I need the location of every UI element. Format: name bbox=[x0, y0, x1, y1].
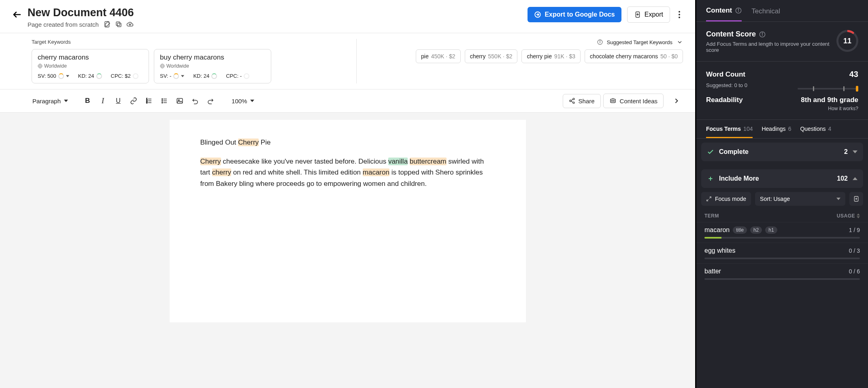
svg-point-37 bbox=[570, 100, 571, 102]
copy-icon[interactable] bbox=[115, 21, 122, 28]
term-row[interactable]: egg whites 0 / 3 bbox=[696, 243, 868, 263]
svg-point-32 bbox=[162, 102, 163, 103]
subtab-focus-terms[interactable]: Focus Terms104 bbox=[706, 126, 753, 138]
cloud-upload-icon[interactable] bbox=[126, 21, 134, 28]
suggested-keyword-chip[interactable]: cherry pie91K · $3 bbox=[521, 49, 581, 63]
svg-point-43 bbox=[613, 100, 614, 101]
suggested-keyword-chip[interactable]: chocolate cherry macarons50 · $0 bbox=[585, 49, 683, 63]
editor-canvas[interactable]: Blinged Out Cherry Pie Cherry cheesecake… bbox=[170, 120, 526, 322]
back-button[interactable] bbox=[12, 6, 22, 19]
svg-point-38 bbox=[573, 102, 574, 104]
svg-point-47 bbox=[738, 9, 739, 9]
paragraph-dropdown[interactable]: Paragraph bbox=[29, 95, 71, 107]
zoom-dropdown[interactable]: 100% bbox=[228, 95, 257, 107]
svg-rect-2 bbox=[117, 23, 121, 27]
edit-page-icon[interactable] bbox=[104, 21, 111, 28]
tab-content[interactable]: Content bbox=[706, 6, 742, 21]
keyword-card[interactable]: cherry macarons Worldwide SV: 500 KD: 24… bbox=[32, 49, 149, 83]
word-count-value: 43 bbox=[849, 70, 858, 79]
ordered-list-button[interactable]: 123 bbox=[143, 94, 155, 107]
svg-line-53 bbox=[709, 197, 711, 198]
svg-point-7 bbox=[679, 14, 680, 15]
readability-label: Readability bbox=[706, 96, 743, 104]
sort-dropdown[interactable]: Sort: Usage bbox=[755, 192, 845, 206]
document-title[interactable]: New Document 4406 bbox=[28, 6, 522, 19]
usage-header[interactable]: USAGE bbox=[837, 213, 855, 219]
bold-button[interactable]: B bbox=[81, 94, 94, 107]
subtab-questions[interactable]: Questions4 bbox=[800, 126, 831, 138]
unordered-list-button[interactable] bbox=[158, 94, 171, 107]
svg-point-31 bbox=[162, 100, 163, 101]
image-button[interactable] bbox=[173, 94, 186, 107]
svg-marker-51 bbox=[853, 150, 857, 153]
term-row[interactable]: batter 0 / 6 bbox=[696, 263, 868, 284]
svg-line-54 bbox=[707, 199, 708, 201]
svg-rect-41 bbox=[611, 99, 615, 103]
svg-marker-35 bbox=[250, 100, 254, 102]
svg-point-36 bbox=[573, 98, 574, 100]
content-ideas-button[interactable]: Content Ideas bbox=[603, 94, 664, 108]
content-score-hint: Add Focus Terms and length to improve yo… bbox=[706, 41, 830, 53]
svg-rect-3 bbox=[116, 22, 120, 26]
suggested-keywords-label: Suggested Target Keywords bbox=[607, 39, 672, 45]
svg-point-42 bbox=[611, 100, 612, 101]
readability-value: 8th and 9th grade bbox=[801, 96, 858, 104]
focus-mode-button[interactable]: Focus mode bbox=[701, 192, 751, 206]
readability-how-link[interactable]: How it works? bbox=[801, 106, 858, 111]
svg-line-39 bbox=[571, 99, 573, 100]
redo-button[interactable] bbox=[204, 94, 217, 107]
info-icon[interactable] bbox=[597, 39, 603, 45]
svg-point-6 bbox=[679, 11, 680, 13]
svg-marker-52 bbox=[853, 177, 857, 180]
svg-marker-16 bbox=[181, 75, 184, 77]
document-subtitle: Page created from scratch bbox=[28, 21, 99, 28]
content-score-gauge: 11 bbox=[836, 30, 858, 52]
expand-sidebar-icon[interactable] bbox=[670, 94, 683, 107]
target-keywords-label: Target Keywords bbox=[32, 39, 348, 45]
more-menu-icon[interactable] bbox=[676, 8, 683, 21]
svg-marker-12 bbox=[66, 75, 69, 77]
word-count-label: Word Count bbox=[706, 70, 745, 79]
svg-point-19 bbox=[600, 41, 600, 41]
share-button[interactable]: Share bbox=[563, 94, 601, 108]
undo-button[interactable] bbox=[189, 94, 202, 107]
suggested-keyword-chip[interactable]: cherry550K · $2 bbox=[465, 49, 518, 63]
term-header: TERM bbox=[704, 213, 719, 219]
link-button[interactable] bbox=[127, 94, 140, 107]
svg-marker-20 bbox=[64, 100, 68, 102]
tab-technical[interactable]: Technical bbox=[751, 6, 780, 21]
svg-line-40 bbox=[571, 101, 573, 102]
svg-marker-58 bbox=[857, 216, 860, 218]
word-count-suggested: Suggested: 0 to 0 bbox=[706, 82, 747, 88]
export-button[interactable]: Export bbox=[627, 6, 670, 23]
editor-heading: Blinged Out Cherry Pie bbox=[200, 137, 495, 148]
editor-body: Cherry cheesecake like you've never tast… bbox=[200, 156, 495, 189]
export-google-docs-button[interactable]: Export to Google Docs bbox=[528, 7, 621, 22]
export-terms-icon[interactable] bbox=[849, 192, 863, 206]
keyword-card[interactable]: buy cherry macarons Worldwide SV: - KD: … bbox=[154, 49, 271, 83]
content-score-label: Content Score bbox=[706, 30, 756, 38]
svg-rect-33 bbox=[177, 98, 183, 103]
term-row[interactable]: macaron titleh2h1 1 / 9 bbox=[696, 222, 868, 243]
svg-point-8 bbox=[679, 17, 680, 18]
svg-text:3: 3 bbox=[146, 101, 147, 104]
suggested-keyword-chip[interactable]: pie450K · $2 bbox=[416, 49, 461, 63]
chevron-down-icon[interactable] bbox=[677, 39, 683, 45]
svg-marker-55 bbox=[836, 198, 840, 200]
accordion-include-more[interactable]: + Include More 102 bbox=[701, 169, 863, 188]
svg-point-30 bbox=[162, 98, 163, 99]
underline-button[interactable]: U bbox=[112, 94, 125, 107]
word-count-slider bbox=[798, 88, 858, 90]
italic-button[interactable]: I bbox=[96, 94, 109, 107]
accordion-complete[interactable]: Complete 2 bbox=[701, 143, 863, 161]
svg-point-50 bbox=[762, 33, 762, 33]
svg-marker-57 bbox=[857, 213, 860, 215]
subtab-headings[interactable]: Headings6 bbox=[762, 126, 791, 138]
